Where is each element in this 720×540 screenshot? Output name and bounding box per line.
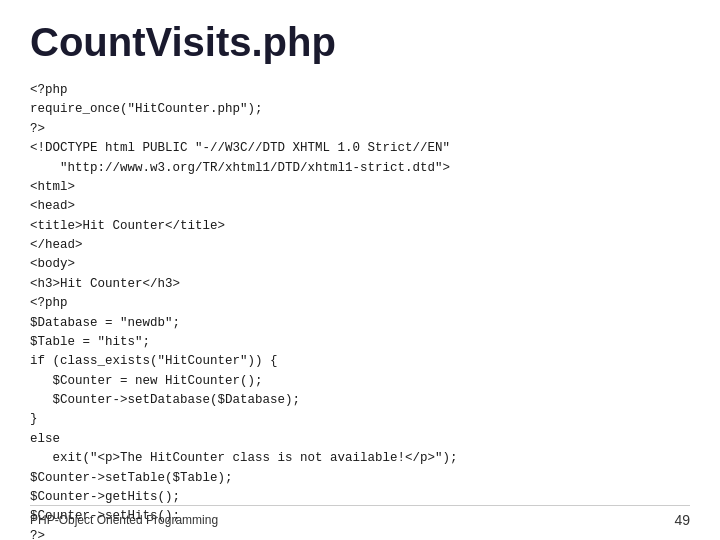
footer-page-number: 49 [674, 512, 690, 528]
code-block: <?php require_once("HitCounter.php"); ?>… [30, 81, 690, 540]
slide-container: CountVisits.php <?php require_once("HitC… [0, 0, 720, 540]
footer-left-label: PHP-Object Oriented Programming [30, 513, 218, 527]
slide-title: CountVisits.php [30, 20, 690, 65]
footer: PHP-Object Oriented Programming 49 [30, 505, 690, 528]
